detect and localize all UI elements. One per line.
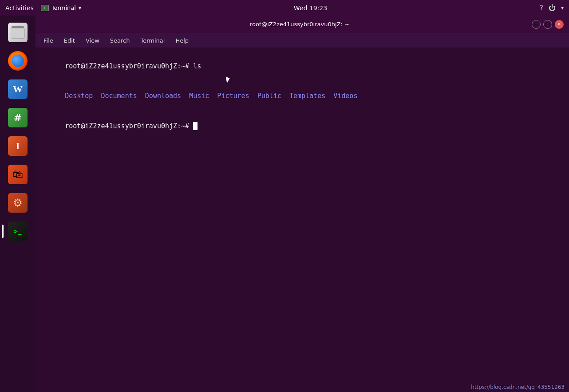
close-button[interactable]: ✕: [555, 20, 564, 29]
appstore-icon: [8, 165, 28, 184]
prompt-2: root@iZ2ze41ussybr0iravu0hjZ:~#: [65, 122, 193, 130]
cmd-1: ls: [193, 62, 201, 70]
terminal-window: root@iZ2ze41ussybr0iravu0hjZ: ~ – □ ✕ Fi…: [36, 16, 569, 392]
top-system-bar: Activities ▮ Terminal ▾ Wed 19:23 ? ⏻ ▾: [0, 0, 569, 16]
top-bar-right: ? ⏻ ▾: [539, 4, 564, 12]
dock-item-appstore[interactable]: [4, 161, 31, 188]
dock-item-impress[interactable]: [4, 133, 31, 159]
menu-edit[interactable]: Edit: [59, 36, 79, 46]
settings-icon: [8, 193, 28, 213]
terminal-line-2: Desktop Documents Downloads Music Pictur…: [41, 81, 564, 111]
writer-icon: [8, 79, 28, 99]
status-bar: https://blog.csdn.net/qq_43551263: [466, 382, 569, 392]
power-icon[interactable]: ⏻: [549, 4, 556, 12]
app-chevron-icon: ▾: [79, 4, 82, 11]
cursor: [193, 122, 198, 130]
calc-icon: [8, 108, 28, 127]
status-link: https://blog.csdn.net/qq_43551263: [471, 384, 565, 390]
terminal-content[interactable]: root@iZ2ze41ussybr0iravu0hjZ:~# ls Deskt…: [36, 48, 569, 392]
terminal-title: root@iZ2ze41ussybr0iravu0hjZ: ~: [67, 21, 532, 28]
filemanager-icon: [8, 23, 28, 42]
dock-item-calc[interactable]: [4, 104, 31, 131]
menu-help[interactable]: Help: [171, 36, 193, 46]
minimize-button[interactable]: –: [532, 20, 541, 29]
window-controls: – □ ✕: [532, 20, 564, 29]
dock-item-filemanager[interactable]: [4, 19, 31, 46]
terminal-menubar: File Edit View Search Terminal Help: [36, 33, 569, 48]
prompt-1: root@iZ2ze41ussybr0iravu0hjZ:~#: [65, 62, 193, 70]
top-bar-left: Activities ▮ Terminal ▾: [5, 4, 81, 12]
maximize-button[interactable]: □: [543, 20, 552, 29]
impress-icon: [8, 136, 28, 156]
terminal-line-1: root@iZ2ze41ussybr0iravu0hjZ:~# ls: [41, 51, 564, 81]
terminal-titlebar: root@iZ2ze41ussybr0iravu0hjZ: ~ – □ ✕: [36, 16, 569, 33]
menu-view[interactable]: View: [81, 36, 104, 46]
firefox-icon: [8, 51, 28, 71]
menu-file[interactable]: File: [39, 36, 58, 46]
terminal-app-icon: ▮: [41, 5, 49, 11]
dock-item-writer[interactable]: [4, 76, 31, 103]
dock-item-firefox[interactable]: [4, 48, 31, 74]
activities-button[interactable]: Activities: [5, 4, 34, 12]
app-name-label: Terminal: [51, 4, 76, 11]
app-indicator[interactable]: ▮ Terminal ▾: [41, 4, 81, 11]
menu-search[interactable]: Search: [106, 36, 134, 46]
ls-output: Desktop Documents Downloads Music Pictur…: [65, 92, 357, 100]
dock-item-settings[interactable]: [4, 190, 31, 216]
terminal-line-3: root@iZ2ze41ussybr0iravu0hjZ:~#: [41, 111, 564, 141]
dock-item-terminal[interactable]: >_: [4, 218, 31, 245]
system-chevron-icon[interactable]: ▾: [561, 5, 564, 11]
application-dock: >_: [0, 16, 36, 392]
datetime-display: Wed 19:23: [294, 4, 327, 12]
menu-terminal[interactable]: Terminal: [136, 36, 169, 46]
question-icon[interactable]: ?: [539, 4, 543, 12]
terminal-icon: >_: [8, 222, 28, 241]
